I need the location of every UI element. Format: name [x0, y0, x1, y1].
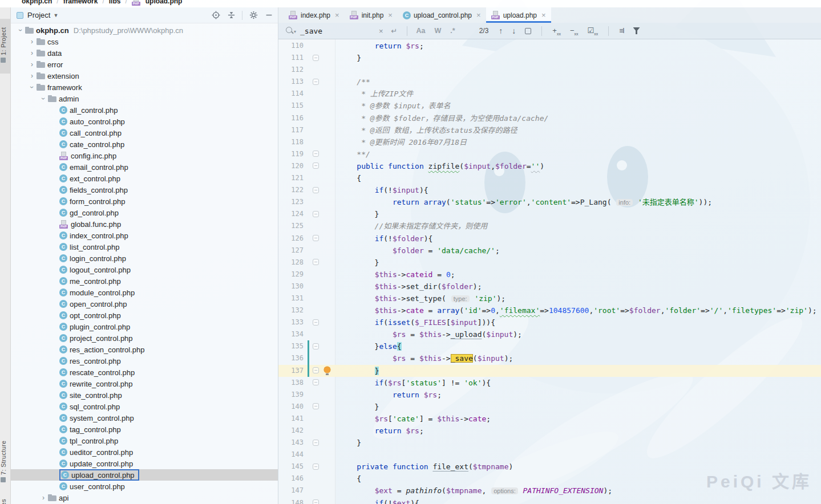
hide-panel-icon[interactable]: [264, 11, 273, 20]
tree-row-extension[interactable]: ›extension: [11, 70, 278, 82]
tree-row-css[interactable]: ›css: [11, 36, 278, 47]
collapse-all-icon[interactable]: [227, 11, 236, 20]
newline-icon[interactable]: ↵: [391, 27, 398, 35]
fold-marker-icon[interactable]: –: [313, 79, 319, 85]
breadcrumb-item[interactable]: libs: [109, 0, 121, 7]
locate-file-icon[interactable]: [211, 11, 220, 20]
find-in-selection-icon[interactable]: [525, 28, 531, 34]
toolwindow-bar-project[interactable]: 1: Project: [0, 19, 11, 74]
tree-row-framework[interactable]: ›framework: [11, 82, 278, 93]
tree-row-system_control.php[interactable]: ›Csystem_control.php: [11, 412, 278, 424]
fold-marker-icon[interactable]: –: [313, 440, 319, 446]
fold-marker-icon[interactable]: –: [313, 319, 319, 326]
previous-match-icon[interactable]: ↑: [499, 26, 503, 35]
fold-marker-icon[interactable]: –: [313, 55, 319, 61]
fold-marker-icon[interactable]: –: [313, 162, 319, 169]
tree-row-site_control.php[interactable]: ›Csite_control.php: [11, 389, 278, 401]
toolwindow-bar-favorites[interactable]: 2: Favorites: [0, 493, 11, 504]
remove-occurrence-icon[interactable]: −xx: [570, 26, 579, 36]
tree-row-sql_control.php[interactable]: ›Csql_control.php: [11, 401, 278, 412]
tree-row-index_control.php[interactable]: ›Cindex_control.php: [11, 230, 278, 241]
tree-row-auto_control.php[interactable]: ›Cauto_control.php: [11, 116, 278, 127]
tree-row-rewrite_control.php[interactable]: ›Crewrite_control.php: [11, 378, 278, 389]
editor-tab-upload.php[interactable]: PHPupload.php×: [486, 7, 551, 23]
tree-row-list_control.php[interactable]: ›Clist_control.php: [11, 241, 278, 253]
tree-row-api[interactable]: ›api: [11, 492, 278, 503]
tab-close-icon[interactable]: ×: [541, 11, 546, 19]
tree-row-data[interactable]: ›data: [11, 47, 278, 59]
toggle-words[interactable]: W: [434, 27, 441, 35]
tree-row-admin[interactable]: ›admin: [11, 93, 278, 104]
chevron-right-icon[interactable]: ›: [27, 49, 37, 57]
search-icon[interactable]: ▾: [285, 26, 296, 35]
fold-marker-icon[interactable]: –: [313, 464, 319, 470]
tab-close-icon[interactable]: ×: [388, 11, 393, 19]
chevron-down-icon[interactable]: ›: [28, 83, 36, 92]
editor-tab-upload_control.php[interactable]: Cupload_control.php×: [398, 7, 486, 23]
tree-row-okphp.cn[interactable]: ›okphp.cnD:\phpstudy_pro\WWW\okphp.cn: [11, 25, 278, 36]
search-options-icon[interactable]: ≡I: [619, 27, 624, 35]
tree-row-module_control.php[interactable]: ›Cmodule_control.php: [11, 287, 278, 298]
code-editor[interactable]: 110 return $rs;111– }112113– /**114 * 上传…: [278, 39, 821, 504]
fold-marker-icon[interactable]: –: [313, 343, 319, 349]
editor-tab-index.php[interactable]: PHPindex.php×: [284, 7, 345, 23]
project-tree[interactable]: ›okphp.cnD:\phpstudy_pro\WWW\okphp.cn›cs…: [11, 25, 278, 504]
next-match-icon[interactable]: ↓: [512, 26, 516, 35]
tree-row-ueditor_control.php[interactable]: ›Cueditor_control.php: [11, 446, 278, 458]
toggle-match-case[interactable]: Aa: [416, 27, 426, 35]
filter-icon[interactable]: [633, 27, 640, 34]
tree-row-call_control.php[interactable]: ›Ccall_control.php: [11, 127, 278, 139]
tree-row-gd_control.php[interactable]: ›Cgd_control.php: [11, 207, 278, 218]
tree-row-me_control.php[interactable]: ›Cme_control.php: [11, 275, 278, 287]
tree-row-global.func.php[interactable]: ›PHPglobal.func.php: [11, 218, 278, 230]
breadcrumb-item[interactable]: framework: [63, 0, 98, 7]
clear-search-icon[interactable]: ×: [379, 27, 383, 35]
fold-marker-icon[interactable]: –: [313, 259, 319, 265]
tree-row-project_control.php[interactable]: ›Cproject_control.php: [11, 332, 278, 344]
fold-marker-icon[interactable]: –: [313, 379, 319, 385]
toggle-regex[interactable]: .*: [450, 27, 455, 35]
chevron-right-icon[interactable]: ›: [27, 72, 37, 80]
select-all-occurrences-icon[interactable]: ☑xx: [588, 26, 598, 36]
tree-row-cate_control.php[interactable]: ›Ccate_control.php: [11, 139, 278, 150]
tree-row-all_control.php[interactable]: ›Call_control.php: [11, 104, 278, 116]
tree-row-user_control.php[interactable]: ›Cuser_control.php: [11, 481, 278, 492]
fold-marker-icon[interactable]: –: [313, 367, 319, 373]
search-input[interactable]: _save: [300, 27, 379, 35]
tab-close-icon[interactable]: ×: [476, 11, 481, 19]
tree-row-res_action_control.php[interactable]: ›Cres_action_control.php: [11, 344, 278, 355]
fold-marker-icon[interactable]: –: [313, 403, 319, 409]
tree-row-login_control.php[interactable]: ›Clogin_control.php: [11, 253, 278, 264]
fold-marker-icon[interactable]: –: [313, 211, 319, 217]
tree-row-fields_control.php[interactable]: ›Cfields_control.php: [11, 184, 278, 196]
chevron-down-icon[interactable]: ›: [17, 26, 25, 35]
tree-row-email_control.php[interactable]: ›Cemail_control.php: [11, 161, 278, 173]
fold-marker-icon[interactable]: –: [313, 187, 319, 193]
fold-marker-icon[interactable]: –: [313, 151, 319, 157]
chevron-down-icon[interactable]: ▼: [53, 13, 58, 18]
chevron-right-icon[interactable]: ›: [27, 60, 37, 68]
tab-close-icon[interactable]: ×: [335, 11, 339, 19]
tree-row-open_control.php[interactable]: ›Copen_control.php: [11, 298, 278, 310]
tree-row-plugin_control.php[interactable]: ›Cplugin_control.php: [11, 321, 278, 332]
tree-row-ext_control.php[interactable]: ›Cext_control.php: [11, 173, 278, 184]
tree-row-opt_control.php[interactable]: ›Copt_control.php: [11, 310, 278, 321]
fold-marker-icon[interactable]: –: [313, 499, 319, 504]
chevron-right-icon[interactable]: ›: [27, 38, 37, 46]
tree-row-tag_control.php[interactable]: ›Ctag_control.php: [11, 424, 278, 435]
tree-row-res_control.php[interactable]: ›Cres_control.php: [11, 355, 278, 367]
tree-row-form_control.php[interactable]: ›Cform_control.php: [11, 196, 278, 207]
settings-gear-icon[interactable]: [249, 11, 258, 20]
chevron-down-icon[interactable]: ›: [39, 94, 47, 103]
intention-bulb-icon[interactable]: [324, 367, 330, 373]
breadcrumb-item[interactable]: okphp.cn: [22, 0, 52, 7]
tree-row-rescate_control.php[interactable]: ›Crescate_control.php: [11, 367, 278, 378]
tree-row-config.inc.php[interactable]: ›PHPconfig.inc.php: [11, 150, 278, 161]
tree-row-tpl_control.php[interactable]: ›Ctpl_control.php: [11, 435, 278, 446]
fold-marker-icon[interactable]: –: [313, 235, 319, 241]
tree-row-error[interactable]: ›error: [11, 59, 278, 70]
editor-tab-init.php[interactable]: PHPinit.php×: [345, 7, 398, 23]
tree-row-upload_control.php[interactable]: ›Cupload_control.php: [11, 469, 278, 481]
toolwindow-bar-structure[interactable]: 7: Structure: [0, 434, 11, 491]
chevron-right-icon[interactable]: ›: [39, 494, 48, 502]
